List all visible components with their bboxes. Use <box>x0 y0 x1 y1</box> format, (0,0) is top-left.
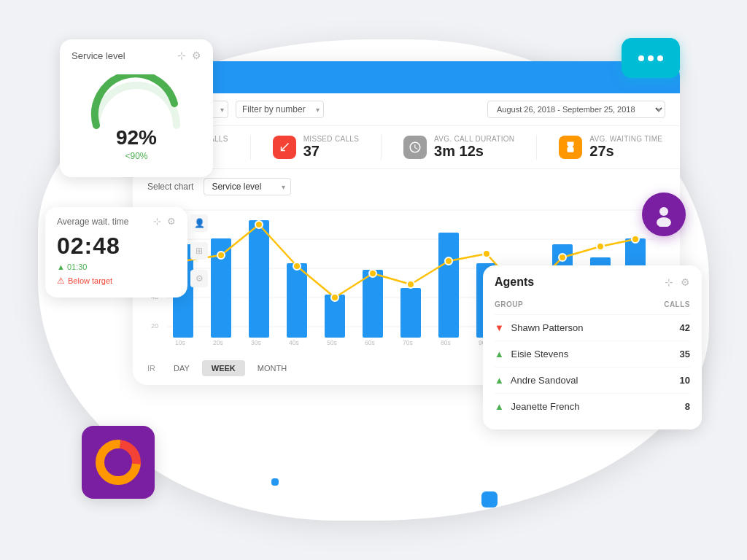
gauge-svg <box>89 74 184 129</box>
stat-divider-3 <box>536 135 537 160</box>
deco-square-3 <box>271 478 279 486</box>
svg-point-40 <box>632 236 639 243</box>
avg-wait-target: ▲ 01:30 <box>57 262 176 271</box>
agent-name-2: ▲ Eisie Stevens <box>495 341 646 368</box>
missed-calls-label: MISSED CALLS <box>303 135 359 143</box>
trend-icon-3: ▲ <box>495 375 504 386</box>
svg-point-38 <box>559 254 566 261</box>
svg-point-30 <box>255 221 263 228</box>
svg-rect-17 <box>249 220 269 338</box>
svg-point-33 <box>369 270 376 277</box>
chat-dot-1 <box>638 55 644 61</box>
date-range-wrapper: August 26, 2018 - September 25, 2018 <box>487 101 665 118</box>
settings-icon[interactable]: ⚙ <box>192 50 201 61</box>
chart-select-label: Select chart <box>147 182 193 192</box>
filter-number-select[interactable]: Filter by number <box>236 101 324 118</box>
chat-dots <box>638 55 663 61</box>
time-tab-day[interactable]: DAY <box>164 360 199 376</box>
main-card-header <box>133 61 680 93</box>
donut-card <box>82 426 155 499</box>
chart-select-wrapper: Service level <box>204 178 291 195</box>
avg-wait-title: Average wait. time <box>57 217 129 227</box>
svg-point-4 <box>109 454 127 471</box>
avg-expand-icon[interactable]: ⊹ <box>153 216 161 227</box>
avg-wait-time: 02:48 <box>57 233 176 260</box>
stat-avg-waiting: AVG. WAITING TIME 27s <box>559 135 662 160</box>
agents-table-header: GROUP CALLS <box>495 298 690 315</box>
svg-point-36 <box>483 250 490 257</box>
agents-settings-icon[interactable]: ⚙ <box>681 276 690 288</box>
agents-card: Agents ⊹ ⚙ GROUP CALLS ▼ Shawn Patterson <box>483 265 702 429</box>
chart-type-select[interactable]: Service level <box>204 178 291 195</box>
avg-settings-icon[interactable]: ⚙ <box>167 216 176 227</box>
stat-avg-duration: AVG. CALL DURATION 3m 12s <box>403 135 514 160</box>
card-icons: ⊹ ⚙ <box>177 50 201 61</box>
agents-icons: ⊹ ⚙ <box>665 276 690 288</box>
side-icon-grid[interactable]: ⊞ <box>190 242 208 260</box>
deco-square-4 <box>481 491 498 508</box>
svg-point-34 <box>407 281 414 288</box>
svg-point-32 <box>331 294 338 301</box>
agent-name-3: ▲ Andre Sandoval <box>495 368 646 394</box>
svg-text:40s: 40s <box>289 339 299 346</box>
avg-wait-header: Average wait. time ⊹ ⚙ <box>57 216 176 227</box>
avatar-icon <box>651 202 676 227</box>
agent-calls-2: 35 <box>646 341 690 368</box>
service-level-card: Service level ⊹ ⚙ 92% <90% <box>60 39 213 177</box>
side-icon-settings[interactable]: ⚙ <box>190 270 208 287</box>
agent-name-4: ▲ Jeanette French <box>495 394 646 420</box>
agent-name-1: ▼ Shawn Patterson <box>495 315 646 341</box>
agent-calls-1: 42 <box>646 315 690 341</box>
svg-text:50s: 50s <box>327 339 337 346</box>
avg-waiting-value: 27s <box>589 143 662 160</box>
service-level-title: Service level <box>71 50 125 61</box>
svg-point-35 <box>445 257 452 265</box>
table-row: ▲ Andre Sandoval 10 <box>495 368 690 394</box>
stat-divider-2 <box>381 135 382 160</box>
toolbar: Filter by agent Filter by number August … <box>133 93 680 126</box>
agents-title: Agents <box>495 276 534 289</box>
side-icon-person[interactable]: 👤 <box>190 214 208 232</box>
table-row: ▼ Shawn Patterson 42 <box>495 315 690 341</box>
svg-rect-21 <box>400 288 421 338</box>
avg-duration-value: 3m 12s <box>434 143 514 160</box>
trend-icon-1: ▼ <box>495 322 504 333</box>
date-range-select[interactable]: August 26, 2018 - September 25, 2018 <box>487 101 665 118</box>
avg-waiting-label: AVG. WAITING TIME <box>589 135 662 143</box>
svg-text:20: 20 <box>151 322 158 330</box>
svg-rect-20 <box>363 270 383 338</box>
col-group-header: GROUP <box>495 298 646 315</box>
filter-number-wrapper: Filter by number <box>236 101 324 118</box>
avg-wait-card: Average wait. time ⊹ ⚙ 02:48 ▲ 01:30 ⚠ B… <box>45 207 187 298</box>
agents-table: GROUP CALLS ▼ Shawn Patterson 42 ▲ Eisie… <box>495 298 690 419</box>
chart-controls: Select chart Service level <box>147 178 665 195</box>
time-tabs: IR DAY WEEK MONTH <box>147 360 296 376</box>
missed-calls-value: 37 <box>303 143 359 160</box>
svg-text:80s: 80s <box>441 339 451 346</box>
agent-calls-4: 8 <box>646 394 690 420</box>
svg-text:30s: 30s <box>251 339 261 346</box>
gauge-value: 92% <box>116 126 157 149</box>
chat-dot-2 <box>648 55 654 61</box>
stat-icon-hourglass <box>559 136 582 159</box>
time-label-ir: IR <box>147 364 155 373</box>
stats-row: TOTAL CALLS 372 MISSED CALLS 37 <box>133 126 680 169</box>
warning-icon: ⚠ <box>57 276 65 286</box>
stat-divider-1 <box>250 135 251 160</box>
col-calls-header: CALLS <box>646 298 690 315</box>
svg-point-29 <box>217 252 225 259</box>
svg-rect-22 <box>438 233 459 338</box>
agent-calls-3: 10 <box>646 368 690 394</box>
time-tab-month[interactable]: MONTH <box>248 360 296 376</box>
agents-expand-icon[interactable]: ⊹ <box>665 276 673 288</box>
avg-duration-label: AVG. CALL DURATION <box>434 135 514 143</box>
gauge-container: 92% <90% <box>71 69 201 164</box>
time-tab-week[interactable]: WEEK <box>202 360 245 376</box>
svg-point-31 <box>293 262 301 270</box>
side-icons: 👤 ⊞ ⚙ <box>190 214 208 287</box>
chat-bubble[interactable] <box>622 38 680 78</box>
donut-svg <box>93 437 144 488</box>
stat-missed-calls: MISSED CALLS 37 <box>273 135 359 160</box>
svg-text:10s: 10s <box>175 339 185 346</box>
expand-icon[interactable]: ⊹ <box>177 50 186 61</box>
